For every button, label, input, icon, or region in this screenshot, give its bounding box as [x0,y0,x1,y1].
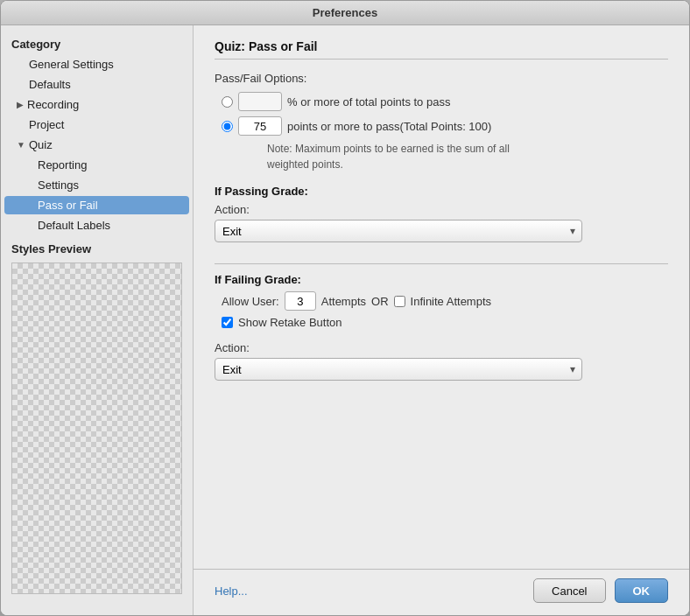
action-pass-select[interactable]: Exit Continue Jump to Slide Open URL or … [215,220,582,242]
sidebar-item-settings[interactable]: Settings [4,176,189,194]
window-title: Preferences [313,6,377,19]
points-input[interactable] [238,116,282,136]
window-body: Category General Settings Defaults ▶ Rec… [1,25,689,615]
preferences-window: Preferences Category General Settings De… [0,0,690,616]
action-fail-label: Action: [215,341,668,354]
cancel-button[interactable]: Cancel [533,578,605,603]
sidebar-item-label: Pass or Fail [38,199,98,212]
divider [215,263,668,264]
sidebar-item-recording[interactable]: ▶ Recording [4,95,189,114]
radio-percent[interactable] [222,96,233,108]
action-fail-dropdown-row: Exit Continue Jump to Slide Open URL or … [215,358,668,381]
action-pass-wrapper: Exit Continue Jump to Slide Open URL or … [215,220,582,242]
percent-input[interactable] [238,92,282,111]
show-retake-row: Show Retake Button [222,316,668,329]
sidebar-item-label: Reporting [38,158,87,172]
attempts-label: Attempts [321,295,366,308]
infinite-attempts-checkbox[interactable] [394,296,405,307]
sidebar-item-label: Recording [27,98,79,111]
action-fail-wrapper: Exit Continue Jump to Slide Open URL or … [215,358,582,381]
points-suffix-label: points or more to pass(Total Points: 100… [287,120,491,133]
styles-preview-label: Styles Preview [1,235,193,259]
arrow-right-icon: ▶ [17,100,24,109]
show-retake-checkbox[interactable] [222,317,233,328]
styles-preview-box [11,262,182,594]
sidebar-item-quiz[interactable]: ▼ Quiz [4,136,189,154]
radio-points-row: points or more to pass(Total Points: 100… [222,116,668,136]
radio-percent-row: % or more of total points to pass [222,92,668,111]
note-text: Note: Maximum points to be earned is the… [267,141,668,172]
action-fail-select[interactable]: Exit Continue Jump to Slide Open URL or … [215,358,582,381]
sidebar-item-label: Quiz [29,138,53,151]
attempts-input[interactable] [285,291,316,311]
sidebar-item-label: Defaults [29,78,71,91]
pass-fail-options-label: Pass/Fail Options: [215,72,668,85]
action-pass-dropdown-row: Exit Continue Jump to Slide Open URL or … [215,220,668,242]
sidebar-item-default-labels[interactable]: Default Labels [4,216,189,234]
title-bar: Preferences [1,1,689,25]
failing-grade-title: If Failing Grade: [215,273,668,286]
help-button[interactable]: Help... [215,584,248,598]
arrow-down-icon: ▼ [17,140,25,150]
footer-buttons: Cancel OK [533,578,668,603]
allow-user-label: Allow User: [222,295,279,308]
sidebar-item-label: Project [29,118,64,131]
sidebar-item-pass-or-fail[interactable]: Pass or Fail [4,196,189,214]
allow-user-row: Allow User: Attempts OR Infinite Attempt… [222,291,668,311]
passing-grade-title: If Passing Grade: [215,185,668,198]
show-retake-label: Show Retake Button [238,316,342,329]
action-pass-label: Action: [215,203,668,216]
radio-points[interactable] [222,121,233,132]
ok-button[interactable]: OK [615,578,669,603]
main-content: Quiz: Pass or Fail Pass/Fail Options: % … [194,25,689,569]
percent-suffix-label: % or more of total points to pass [287,95,450,108]
sidebar-item-defaults[interactable]: Defaults [4,75,189,94]
sidebar: Category General Settings Defaults ▶ Rec… [1,25,194,615]
sidebar-item-label: General Settings [29,58,114,71]
main-section-title: Quiz: Pass or Fail [215,39,668,60]
sidebar-item-label: Default Labels [38,219,110,232]
sidebar-item-label: Settings [38,178,79,192]
or-label: OR [371,295,389,308]
sidebar-item-reporting[interactable]: Reporting [4,156,189,174]
category-label: Category [1,34,193,54]
infinite-attempts-label: Infinite Attempts [411,295,492,308]
footer: Help... Cancel OK [194,569,689,615]
sidebar-item-project[interactable]: Project [4,116,189,134]
sidebar-item-general-settings[interactable]: General Settings [4,55,189,74]
